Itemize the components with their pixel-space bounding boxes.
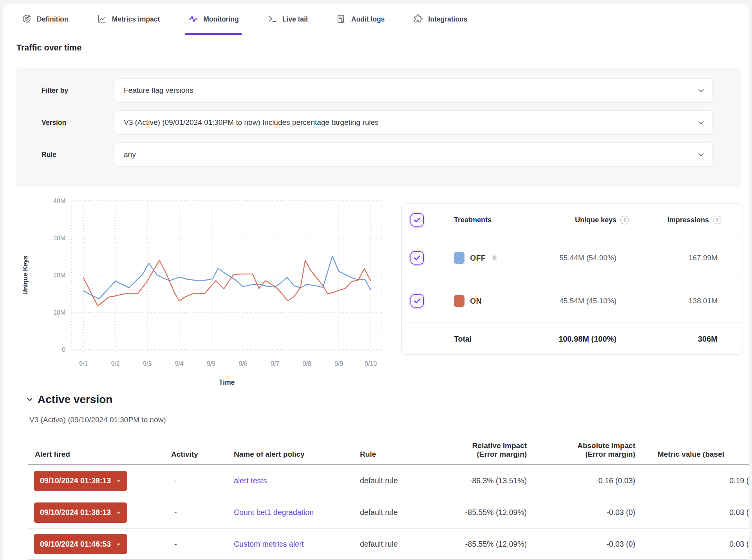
chevron-down-icon[interactable] (690, 111, 712, 134)
collapse-chevron-icon[interactable] (26, 396, 34, 403)
active-version-subtitle: V3 (Active) (09/10/2024 01:30PM to now) (29, 416, 166, 424)
metric-value-cell: 0.03 ( (636, 497, 749, 528)
treatment-name: OFF ✳ (454, 252, 498, 264)
tab-label: Live tail (282, 15, 308, 23)
traffic-chart-svg: 010M20M30M40M9/19/29/39/49/59/69/79/89/9… (16, 198, 388, 391)
tab-integrations[interactable]: Integrations (413, 4, 467, 35)
off-color-swatch (454, 252, 465, 264)
tab-live-tail[interactable]: Live tail (267, 4, 308, 35)
tab-metrics-impact[interactable]: Metrics impact (97, 4, 160, 35)
absolute-impact-cell: -0.03 (0) (527, 497, 636, 528)
treatments-header-row: Treatments Unique keys ? Impressions ? (402, 204, 743, 236)
filter-row-filter-by: Filter by Feature flag versions (16, 78, 741, 103)
metrics-impact-icon (97, 14, 107, 25)
relative-impact-cell: -85.55% (12.09%) (447, 497, 527, 528)
svg-text:0: 0 (62, 346, 65, 353)
tab-audit-logs[interactable]: Audit logs (336, 4, 385, 35)
treatments-total-row: Total 100.98M (100%) 306M (402, 322, 743, 355)
alert-fired-badge[interactable]: 09/10/2024 01:38:13 (34, 502, 127, 523)
svg-text:9/10: 9/10 (365, 360, 377, 367)
svg-text:9/2: 9/2 (111, 360, 119, 367)
alert-row: 09/10/2024 01:46:53 - Custom metrics ale… (28, 528, 749, 560)
rule-cell: default rule (357, 465, 447, 497)
relative-impact-cell: -85.55% (12.09%) (447, 528, 527, 560)
question-icon[interactable]: ? (713, 216, 721, 224)
svg-text:20M: 20M (53, 272, 65, 279)
unique-keys-value: 45.54M (45.10%) (522, 297, 616, 305)
tab-bar: Definition Metrics impact Monitoring Liv… (3, 4, 749, 35)
svg-text:Unique Keys: Unique Keys (22, 256, 29, 295)
activity-cell: - (169, 528, 232, 560)
traffic-over-time-chart: 010M20M30M40M9/19/29/39/49/59/69/79/89/9… (16, 198, 388, 391)
absolute-impact-cell: -0.03 (0) (527, 528, 636, 560)
tab-label: Monitoring (203, 15, 239, 23)
col-policy: Name of alert policy (232, 427, 357, 465)
activity-cell: - (169, 497, 232, 528)
col-relative-impact: Relative Impact(Error margin) (447, 427, 527, 465)
svg-text:Time: Time (219, 378, 235, 386)
tab-label: Audit logs (351, 15, 385, 23)
alerts-table: Alert fired Activity Name of alert polic… (28, 427, 749, 560)
monitoring-icon (188, 14, 198, 25)
alert-fired-badge[interactable]: 09/10/2024 01:38:13 (34, 471, 127, 491)
svg-text:9/6: 9/6 (239, 360, 247, 367)
monitoring-page: Definition Metrics impact Monitoring Liv… (3, 4, 749, 560)
col-metric-value: Metric value (basel (636, 427, 749, 465)
definition-icon (22, 14, 32, 25)
svg-text:9/8: 9/8 (302, 360, 311, 367)
treatment-row-off: OFF ✳ 55.44M (54.90%) 167.99M (402, 236, 743, 279)
alert-fired-badge[interactable]: 09/10/2024 01:46:53 (34, 534, 127, 554)
alert-row: 09/10/2024 01:38:13 - Count bet1 degrada… (28, 497, 749, 528)
chevron-down-icon (116, 541, 121, 547)
alert-policy-link[interactable]: alert tests (234, 476, 267, 485)
alerts-header-row: Alert fired Activity Name of alert polic… (28, 427, 749, 465)
impressions-header: Impressions ? (608, 216, 721, 224)
rule-value: any (115, 150, 136, 159)
rule-select[interactable]: any (115, 142, 713, 167)
tab-monitoring[interactable]: Monitoring (188, 4, 239, 35)
tab-label: Metrics impact (112, 15, 160, 23)
impressions-value: 138.01M (624, 297, 718, 305)
alert-policy-link[interactable]: Custom metrics alert (234, 540, 304, 548)
tab-definition[interactable]: Definition (22, 4, 69, 35)
treatments-select-all-checkbox[interactable] (410, 213, 424, 227)
rule-cell: default rule (357, 497, 447, 528)
chevron-down-icon[interactable] (690, 143, 712, 166)
impressions-value: 167.99M (624, 254, 718, 262)
audit-logs-icon (336, 14, 346, 25)
rule-label: Rule (42, 151, 56, 159)
default-treatment-icon: ✳ (491, 254, 498, 262)
svg-text:9/9: 9/9 (334, 360, 343, 367)
chevron-down-icon[interactable] (690, 79, 712, 102)
rule-cell: default rule (357, 528, 447, 560)
treatments-card: Treatments Unique keys ? Impressions ? O… (401, 203, 743, 355)
live-tail-icon (267, 14, 277, 25)
unique-keys-value: 55.44M (54.90%) (522, 254, 616, 262)
treatment-on-checkbox[interactable] (410, 294, 424, 308)
total-unique-keys: 100.98M (100%) (522, 334, 616, 343)
tab-label: Integrations (428, 15, 467, 23)
treatment-off-checkbox[interactable] (410, 251, 424, 265)
total-label: Total (454, 334, 472, 343)
col-rule: Rule (357, 427, 447, 465)
svg-text:9/7: 9/7 (271, 360, 279, 367)
alert-policy-link[interactable]: Count bet1 degradation (234, 508, 314, 517)
tab-label: Definition (37, 15, 69, 23)
chevron-down-icon (116, 510, 121, 515)
page-title: Traffic over time (16, 43, 81, 53)
relative-impact-cell: -86.3% (13.51%) (447, 465, 527, 497)
alert-row: 09/10/2024 01:38:13 - alert tests defaul… (28, 465, 749, 497)
chevron-down-icon (116, 478, 121, 484)
filter-by-select[interactable]: Feature flag versions (115, 78, 713, 103)
filter-row-version: Version V3 (Active) (09/01/2024 01:30PM … (16, 110, 741, 135)
total-impressions: 306M (624, 334, 718, 343)
treatment-row-on: ON 45.54M (45.10%) 138.01M (402, 279, 743, 322)
version-label: Version (42, 119, 66, 127)
svg-text:9/3: 9/3 (143, 360, 152, 367)
active-version-title: Active version (38, 393, 112, 406)
unique-keys-header: Unique keys ? (503, 216, 616, 224)
svg-text:40M: 40M (53, 198, 65, 204)
filter-by-value: Feature flag versions (115, 86, 193, 95)
version-select[interactable]: V3 (Active) (09/01/2024 01:30PM to now) … (115, 110, 713, 135)
svg-text:9/1: 9/1 (79, 360, 88, 367)
